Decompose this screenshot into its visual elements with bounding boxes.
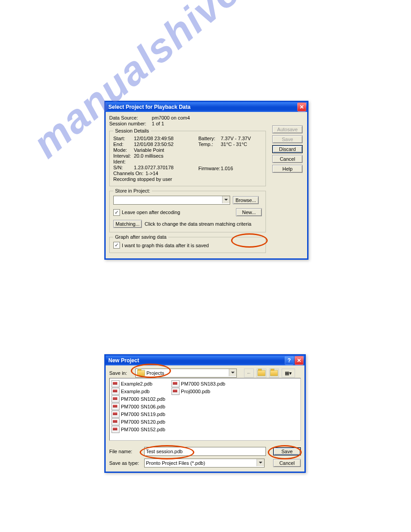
temp-value: 31°C - 31°C (221, 142, 247, 147)
graph-data-checkbox[interactable] (113, 242, 120, 249)
recording-status: Recording stopped by user (113, 176, 172, 182)
new-project-dialog: New Project ? ✕ Save in: Projects ← ▦▾ E… (104, 354, 306, 473)
file-label: PM7000 SN183.pdb (181, 381, 225, 386)
file-icon (111, 388, 120, 395)
save-button[interactable]: Save (272, 135, 303, 143)
session-details-legend: Session Details (113, 128, 151, 133)
data-source-label: Data Source: (109, 115, 150, 120)
browse-button[interactable]: Browse... (233, 196, 259, 204)
channels-value: 1->14 (146, 171, 158, 176)
file-item[interactable]: PM7000 SN106.pdb (111, 403, 165, 410)
firmware-label: Firmware: (198, 166, 221, 171)
matching-hint: Click to change the data stream matching… (145, 221, 251, 227)
file-item[interactable]: Example.pdb (111, 388, 165, 395)
file-icon (171, 380, 180, 387)
save-as-type-label: Save as type: (109, 460, 141, 466)
file-label: PM7000 SN120.pdb (121, 419, 165, 425)
cancel-button[interactable]: Cancel (273, 459, 301, 467)
graph-after-saving-group: Graph after saving data I want to graph … (109, 234, 266, 253)
sn-value: 1.23.0727.370178 (134, 165, 174, 170)
file-name-input[interactable]: Test session.pdb (144, 447, 266, 456)
file-label: PM7000 SN106.pdb (121, 404, 165, 409)
start-label: Start: (113, 136, 134, 141)
save-in-value: Projects (146, 370, 164, 376)
save-as-type-combo[interactable]: Pronto Project Files (*.pdb) (144, 459, 265, 468)
channels-label: Channels On: (113, 171, 146, 176)
save-button[interactable]: Save (273, 447, 301, 455)
start-value: 12/01/08 23:49:58 (134, 136, 174, 141)
mode-label: Mode: (113, 147, 134, 153)
leave-open-checkbox[interactable] (113, 209, 120, 216)
graph-data-label: I want to graph this data after it is sa… (122, 243, 209, 248)
project-path-combo[interactable] (113, 196, 230, 205)
help-button[interactable]: Help (272, 165, 303, 173)
session-number-value: 1 of 1 (152, 121, 164, 126)
file-icon (111, 426, 120, 433)
file-list[interactable]: Example2.pdb Example.pdb PM7000 SN102.pd… (109, 378, 301, 441)
new-button[interactable]: New... (236, 208, 262, 216)
store-in-project-legend: Store in Project: (113, 188, 152, 193)
file-name-value: Test session.pdb (146, 449, 183, 454)
file-item[interactable]: Proj0000.pdb (171, 388, 225, 395)
file-item[interactable]: PM7000 SN120.pdb (111, 418, 165, 425)
file-item[interactable]: PM7000 SN152.pdb (111, 426, 165, 433)
new-folder-icon[interactable] (269, 369, 279, 378)
file-icon (111, 418, 120, 425)
interval-label: Interval: (113, 153, 134, 159)
matching-button[interactable]: Matching... (113, 220, 142, 228)
folder-icon (137, 370, 145, 376)
dialog-title: Select Project for Playback Data (108, 104, 190, 110)
session-number-label: Session number: (109, 121, 150, 126)
end-value: 12/01/08 23:50:52 (134, 142, 174, 147)
graph-after-saving-legend: Graph after saving data (113, 234, 168, 240)
save-in-label: Save in: (109, 370, 133, 376)
data-source-value: pm7000 on com4 (152, 115, 190, 120)
file-label: PM7000 SN152.pdb (121, 427, 165, 432)
session-details-group: Session Details Start:12/01/08 23:49:58 … (109, 128, 266, 186)
dialog-titlebar[interactable]: Select Project for Playback Data ✕ (106, 102, 307, 112)
battery-value: 7.37V - 7.37V (221, 136, 251, 141)
cancel-button[interactable]: Cancel (272, 155, 303, 163)
dialog-titlebar[interactable]: New Project ? ✕ (106, 356, 304, 365)
store-in-project-group: Store in Project: Browse... Leave open a… (109, 188, 266, 232)
file-label: Proj0000.pdb (181, 389, 210, 394)
temp-label: Temp.: (198, 142, 221, 147)
up-folder-icon[interactable] (257, 369, 266, 378)
file-icon (111, 403, 120, 410)
close-icon[interactable]: ✕ (295, 356, 304, 365)
chevron-down-icon[interactable] (257, 459, 264, 466)
file-item[interactable]: PM7000 SN119.pdb (111, 411, 165, 418)
ident-label: Ident: (113, 159, 134, 164)
file-item[interactable]: PM7000 SN102.pdb (111, 395, 165, 403)
save-in-combo[interactable]: Projects (135, 369, 237, 378)
mode-value: Variable Point (134, 147, 164, 153)
file-name-label: File name: (109, 449, 141, 454)
file-label: PM7000 SN102.pdb (121, 396, 165, 402)
file-label: PM7000 SN119.pdb (121, 412, 165, 417)
file-item[interactable]: Example2.pdb (111, 380, 165, 387)
file-icon (111, 411, 120, 418)
view-menu-icon[interactable]: ▦▾ (282, 369, 295, 378)
save-as-type-value: Pronto Project Files (*.pdb) (146, 460, 205, 466)
interval-value: 20.0 millisecs (134, 153, 163, 159)
autosave-button[interactable]: Autosave (272, 125, 303, 133)
chevron-down-icon[interactable] (222, 196, 230, 203)
select-project-dialog: Select Project for Playback Data ✕ Data … (104, 101, 308, 260)
file-label: Example.pdb (121, 389, 150, 394)
sn-label: S/N: (113, 165, 134, 170)
battery-label: Battery: (198, 136, 221, 141)
end-label: End: (113, 142, 134, 147)
back-icon[interactable]: ← (244, 369, 254, 378)
dialog-title: New Project (108, 357, 139, 364)
discard-button[interactable]: Discard (272, 145, 303, 153)
file-icon (111, 395, 120, 403)
file-label: Example2.pdb (121, 381, 152, 386)
file-icon (111, 380, 120, 387)
file-icon (171, 388, 180, 395)
file-item[interactable]: PM7000 SN183.pdb (171, 380, 225, 387)
firmware-value: 1.016 (221, 166, 233, 171)
chevron-down-icon[interactable] (229, 369, 236, 376)
leave-open-label: Leave open after decoding (122, 210, 180, 215)
help-icon[interactable]: ? (285, 356, 294, 365)
close-icon[interactable]: ✕ (297, 103, 306, 112)
